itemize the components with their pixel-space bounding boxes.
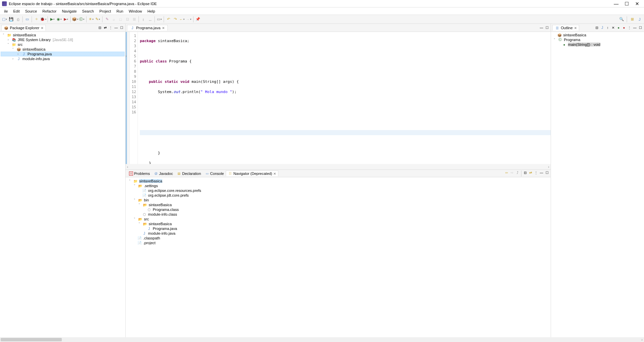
tool-c[interactable]: ⊡ [124, 16, 130, 22]
save-button[interactable]: 💾 [8, 16, 14, 22]
outline-max[interactable]: ☐ [638, 25, 643, 30]
outline-btn1[interactable]: ⊟ [594, 25, 599, 30]
tree-src[interactable]: ˅ 📁 src [1, 42, 125, 47]
maximize-button[interactable]: ☐ [625, 1, 629, 6]
menu-search[interactable]: Search [79, 8, 97, 14]
nav-project[interactable]: 📄.project [127, 240, 549, 245]
debug-button[interactable]: 🐞 [40, 16, 46, 22]
tab-navigator[interactable]: ☷Navigator (Deprecated)✕ [226, 170, 278, 176]
outline-tab[interactable]: ☰ Outline ✕ [552, 25, 579, 31]
tree-file-module[interactable]: › J module-info.java [1, 56, 125, 61]
menu-project[interactable]: Project [97, 8, 114, 14]
outline-class[interactable]: ˅ⒸPrograma [552, 37, 643, 42]
nav-classpath[interactable]: 📄.classpath [127, 236, 549, 240]
nav-back-button[interactable]: ← [179, 16, 185, 22]
nav-java1[interactable]: JPrograma.java [127, 226, 549, 231]
fwd-button[interactable]: ↷ [172, 16, 178, 22]
external-button[interactable]: ▶ [63, 16, 69, 22]
tree-file-programa[interactable]: › J Programa.java [1, 52, 125, 56]
twist-icon[interactable]: › [6, 38, 10, 41]
new-package-button[interactable]: 📦 [72, 16, 78, 22]
tab-problems[interactable]: !Problems [127, 171, 152, 176]
code-editor[interactable]: package sintaxeBasica; public class Prog… [138, 32, 551, 164]
package-explorer-tab[interactable]: 📦 Package Explorer ✕ [1, 25, 46, 31]
menu-refactor[interactable]: Refactor [40, 8, 59, 14]
pin-button[interactable]: 📌 [195, 16, 201, 22]
tab-console[interactable]: ▭Console [203, 171, 226, 176]
tree-package[interactable]: ˅ 📦 sintaxeBasica [1, 47, 125, 52]
nav-src-pkg[interactable]: ˅📂sintaxeBasica [127, 221, 549, 226]
maximize-editor-button[interactable]: ☐ [545, 25, 549, 30]
new-class-button[interactable]: Ⓒ [79, 16, 85, 22]
menu-help[interactable]: Help [145, 8, 158, 14]
menu-source[interactable]: Source [22, 8, 40, 14]
outline-btn3[interactable]: ↕ [605, 25, 610, 30]
tool-f[interactable]: ⎵ [147, 16, 153, 22]
collapse-icon[interactable]: ⊟ [523, 170, 528, 175]
outline-min[interactable]: — [632, 25, 637, 30]
nav-prefs2[interactable]: 📄org.eclipse.jdt.core.prefs [127, 193, 549, 198]
open-task-button[interactable]: ✎ [104, 16, 110, 22]
back-button[interactable]: ↶ [165, 16, 171, 22]
menu-edit[interactable]: Edit [11, 8, 22, 14]
minimize-view-button[interactable]: — [114, 25, 118, 30]
outline-btn7[interactable]: ⋮ [627, 25, 632, 30]
tree-jre[interactable]: › 📚 JRE System Library [JavaSE-18] [1, 37, 125, 42]
close-navigator-button[interactable]: ✕ [273, 172, 276, 176]
filter-icon[interactable]: ⋮ [534, 170, 538, 175]
nav-up-icon[interactable]: ⤴ [515, 170, 520, 175]
save-all-button[interactable]: ⎙ [15, 16, 21, 22]
link-button[interactable]: ⇄ [103, 25, 108, 30]
menu-file[interactable]: ile [1, 8, 11, 14]
menu-window[interactable]: Window [126, 8, 145, 14]
twist-icon[interactable]: › [11, 57, 15, 60]
tool-g[interactable]: ▭ [156, 16, 162, 22]
tool-d[interactable]: ⊞ [131, 16, 137, 22]
tree-project[interactable]: ˅ 📁 sintaxeBasica [1, 33, 125, 37]
nav-bin[interactable]: ˅📂bin [127, 198, 549, 202]
editor-body[interactable]: 1234⊖5678910111213141516 package sintaxe… [126, 32, 551, 164]
nav-settings[interactable]: ˅📂.settings [127, 183, 549, 188]
perspective-button[interactable]: ⊞ [629, 16, 635, 22]
nav-java2[interactable]: Jmodule-info.java [127, 231, 549, 236]
close-button[interactable]: ✕ [635, 1, 639, 6]
editor-tab-programa[interactable]: J Programa.java ✕ [127, 25, 168, 31]
tool-b[interactable]: □ [117, 16, 124, 22]
nav-bin-pkg[interactable]: ˅📂sintaxeBasica [127, 202, 549, 207]
wand-button[interactable]: ✧ [33, 16, 39, 22]
minimize-editor-button[interactable]: — [539, 25, 544, 30]
twist-icon[interactable]: ˅ [11, 48, 15, 51]
nav-root[interactable]: ˅📁sintaxeBasica [127, 179, 549, 183]
view-menu-button[interactable]: ⋮ [108, 25, 113, 30]
coverage-button[interactable]: ◉ [56, 16, 62, 22]
nav-class1[interactable]: ⬡Programa.class [127, 207, 549, 212]
outline-btn6[interactable]: ● [622, 25, 626, 30]
close-tab-button[interactable]: ✕ [41, 26, 43, 30]
minimize-button[interactable]: — [614, 1, 619, 6]
toggle-button[interactable]: ▭ [24, 16, 30, 22]
twist-icon[interactable]: ˅ [6, 43, 10, 46]
outline-method[interactable]: ●main(String[]) : void [552, 42, 643, 47]
menu-run[interactable]: Run [114, 8, 126, 14]
outline-btn5[interactable]: ● [616, 25, 621, 30]
outline-btn2[interactable]: J [600, 25, 605, 30]
search-button[interactable]: ✎ [95, 16, 101, 22]
nav-src[interactable]: ˅📂src [127, 217, 549, 221]
nav-class2[interactable]: ⬡module-info.class [127, 212, 549, 217]
menu-navigate[interactable]: Navigate [59, 8, 79, 14]
collapse-all-button[interactable]: ⊟ [97, 25, 102, 30]
new-button[interactable]: ▢ [1, 16, 7, 22]
tool-a[interactable]: ⌕ [111, 16, 117, 22]
tab-javadoc[interactable]: @Javadoc [152, 171, 175, 176]
java-perspective-button[interactable]: J [637, 16, 643, 22]
link-icon[interactable]: ⇄ [528, 170, 533, 175]
nav-back-icon[interactable]: ⇦ [504, 170, 509, 175]
tool-e[interactable]: ↕ [140, 16, 146, 22]
close-outline-button[interactable]: ✕ [574, 26, 577, 30]
nav-fwd-button[interactable]: → [186, 16, 192, 22]
editor-horizontal-scrollbar[interactable]: ‹› [126, 164, 551, 169]
nav-fwd-icon[interactable]: ⇨ [510, 170, 514, 175]
outline-btn4[interactable]: ✕ [611, 25, 615, 30]
tab-declaration[interactable]: ▤Declaration [175, 171, 203, 176]
close-editor-button[interactable]: ✕ [162, 26, 165, 30]
